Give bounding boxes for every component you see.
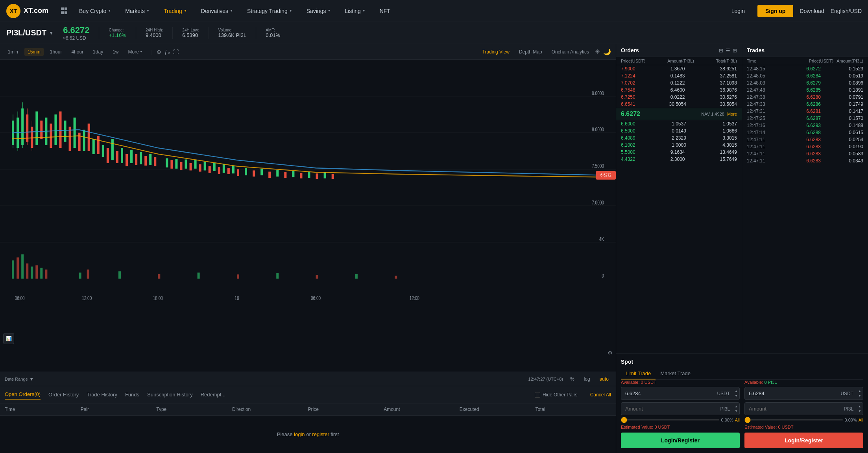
tab-subscription[interactable]: Subscription History bbox=[147, 390, 193, 399]
spot-buy-amount-input[interactable]: PI3L ▲ ▼ bbox=[621, 402, 740, 415]
logo[interactable]: XT XT.com bbox=[6, 4, 48, 18]
spot-tab-market[interactable]: Market Trade bbox=[656, 368, 695, 379]
ob-view-icon-3[interactable]: ⊞ bbox=[733, 48, 737, 53]
nav-buy-crypto[interactable]: Buy Crypto ▼ bbox=[76, 6, 114, 16]
svg-rect-76 bbox=[292, 171, 294, 177]
spot-sell-amount-input[interactable]: PI3L ▲ ▼ bbox=[744, 402, 863, 415]
signup-button[interactable]: Sign up bbox=[757, 5, 793, 17]
spot-sell-price-input[interactable]: USDT ▲ ▼ bbox=[744, 387, 863, 400]
orderbook-bid-row[interactable]: 6.40892.23293.3015 bbox=[616, 134, 742, 142]
spot-buy-price-field[interactable] bbox=[621, 387, 714, 400]
nav-markets[interactable]: Markets ▼ bbox=[122, 6, 153, 16]
indicator-icon[interactable]: ƒₓ bbox=[164, 49, 170, 55]
hide-other-pairs[interactable]: Hide Other Pairs bbox=[535, 392, 578, 398]
orderbook-bid-row[interactable]: 4.43222.300015.7649 bbox=[616, 156, 742, 163]
spot-sell-price-field[interactable] bbox=[745, 387, 837, 400]
time-1day[interactable]: 1day bbox=[90, 48, 106, 56]
chart-settings-icon[interactable]: ⚙ bbox=[608, 350, 613, 356]
svg-rect-91 bbox=[45, 269, 47, 278]
time-1min[interactable]: 1min bbox=[5, 48, 21, 56]
nav-listing[interactable]: Listing ▼ bbox=[342, 6, 368, 16]
spot-buy-amount-field[interactable] bbox=[621, 403, 717, 415]
nav-strategy[interactable]: Strategy Trading ▼ bbox=[244, 6, 295, 16]
orderbook-bid-row[interactable]: 6.50000.01491.0686 bbox=[616, 127, 742, 134]
orderbook-ask-row[interactable]: 7.90001.367038.6251 bbox=[616, 65, 742, 72]
tab-order-history[interactable]: Order History bbox=[48, 390, 79, 399]
tab-open-orders[interactable]: Open Orders(0) bbox=[5, 390, 41, 400]
tab-redempt[interactable]: Redempt... bbox=[201, 390, 226, 399]
orderbook-ask-row[interactable]: 6.75486.460036.9876 bbox=[616, 87, 742, 94]
download-button[interactable]: Download bbox=[800, 8, 824, 14]
nav-trading[interactable]: Trading ▼ bbox=[161, 6, 190, 16]
theme-dark-icon[interactable]: 🌙 bbox=[603, 48, 611, 55]
svg-rect-72 bbox=[260, 169, 263, 175]
header-right: Login Sign up Download English/USD bbox=[725, 5, 862, 17]
orderbook-ask-row[interactable]: 7.12240.148337.2581 bbox=[616, 72, 742, 79]
chart-indicator-widget[interactable]: 📊 bbox=[3, 333, 14, 344]
grid-nav-icon[interactable] bbox=[61, 7, 68, 15]
onchain-analytics-btn[interactable]: Onchain Analytics bbox=[549, 48, 591, 56]
ob-view-icon-1[interactable]: ⊟ bbox=[719, 48, 723, 53]
spot-header: Spot bbox=[621, 359, 863, 365]
login-button[interactable]: Login bbox=[725, 6, 751, 17]
spot-tab-limit[interactable]: Limit Trade bbox=[621, 368, 656, 379]
orderbook-bid-row[interactable]: 6.60001.05371.0537 bbox=[616, 120, 742, 127]
log-btn[interactable]: log bbox=[582, 375, 593, 383]
register-link[interactable]: register bbox=[312, 431, 329, 437]
arrow-up-icon[interactable]: ▲ bbox=[735, 389, 738, 393]
fullscreen-icon[interactable]: ⛶ bbox=[173, 49, 179, 55]
tab-trade-history[interactable]: Trade History bbox=[87, 390, 117, 399]
spot-sell-slider[interactable] bbox=[744, 420, 843, 420]
orderbook-ask-row[interactable]: 6.72500.022230.5276 bbox=[616, 94, 742, 101]
login-link[interactable]: login bbox=[294, 431, 305, 437]
nav-nft[interactable]: NFT bbox=[377, 6, 393, 16]
spot-sell-amount-field[interactable] bbox=[745, 403, 840, 415]
time-4hour[interactable]: 4hour bbox=[68, 48, 87, 56]
nav-derivatives[interactable]: Derivatives ▼ bbox=[198, 6, 236, 16]
spot-buy-all-btn[interactable]: All bbox=[735, 418, 740, 422]
arrow-up-icon[interactable]: ▲ bbox=[858, 389, 861, 393]
svg-rect-100 bbox=[355, 274, 358, 278]
arrow-down-icon[interactable]: ▼ bbox=[735, 409, 738, 413]
ob-view-icon-2[interactable]: ☰ bbox=[726, 48, 730, 53]
trading-view-btn[interactable]: Trading View bbox=[480, 48, 512, 56]
date-range-selector[interactable]: Date Range ▼ bbox=[5, 377, 34, 381]
time-1w[interactable]: 1w bbox=[109, 48, 122, 56]
time-1hour[interactable]: 1hour bbox=[47, 48, 65, 56]
theme-light-icon[interactable]: ☀ bbox=[595, 48, 600, 55]
nav-savings[interactable]: Savings ▼ bbox=[303, 6, 334, 16]
orderbook-mid: 6.6272 NAV 1.4928 More bbox=[616, 108, 742, 120]
depth-map-btn[interactable]: Depth Map bbox=[517, 48, 545, 56]
ticker-volume: Volume: 139.6K PI3L bbox=[218, 28, 247, 38]
language-selector[interactable]: English/USD bbox=[831, 8, 862, 14]
orderbook-ask-row[interactable]: 7.07020.122237.1098 bbox=[616, 79, 742, 87]
orderbook-bid-row[interactable]: 6.10021.00004.3015 bbox=[616, 142, 742, 149]
spot-buy-price-input[interactable]: USDT ▲ ▼ bbox=[621, 387, 740, 400]
chart-controls-right: 12:47:27 (UTC+8) % log auto bbox=[528, 375, 611, 383]
spot-buy-slider[interactable] bbox=[621, 420, 720, 420]
svg-rect-94 bbox=[118, 271, 121, 279]
pair-name[interactable]: PI3L/USDT ▼ bbox=[6, 28, 54, 37]
trade-row: 12:48:056.62840.0519 bbox=[742, 72, 868, 79]
percent-btn[interactable]: % bbox=[568, 375, 577, 383]
ob-more-btn[interactable]: More bbox=[727, 112, 737, 116]
auto-btn[interactable]: auto bbox=[597, 375, 611, 383]
arrow-down-icon[interactable]: ▼ bbox=[735, 394, 738, 398]
crosshair-icon[interactable]: ⊕ bbox=[157, 49, 161, 55]
spot-sell-login-register-btn[interactable]: Login/Register bbox=[744, 433, 863, 448]
arrow-up-icon[interactable]: ▲ bbox=[858, 404, 861, 409]
spot-buy-login-register-btn[interactable]: Login/Register bbox=[621, 433, 740, 448]
cancel-all-button[interactable]: Cancel All bbox=[590, 392, 611, 398]
arrow-down-icon[interactable]: ▼ bbox=[858, 409, 861, 413]
arrow-down-icon[interactable]: ▼ bbox=[858, 394, 861, 398]
spot-sell-all-btn[interactable]: All bbox=[859, 418, 863, 422]
svg-text:12:00: 12:00 bbox=[82, 295, 92, 302]
svg-rect-29 bbox=[40, 121, 42, 139]
tab-funds[interactable]: Funds bbox=[125, 390, 139, 399]
hide-pairs-checkbox[interactable] bbox=[535, 392, 540, 398]
time-15min[interactable]: 15min bbox=[24, 48, 44, 56]
orderbook-bid-row[interactable]: 5.50009.163413.4649 bbox=[616, 149, 742, 156]
time-more[interactable]: More▼ bbox=[125, 48, 146, 56]
arrow-up-icon[interactable]: ▲ bbox=[735, 404, 738, 409]
orderbook-ask-row[interactable]: 6.654130.505430.5054 bbox=[616, 101, 742, 108]
